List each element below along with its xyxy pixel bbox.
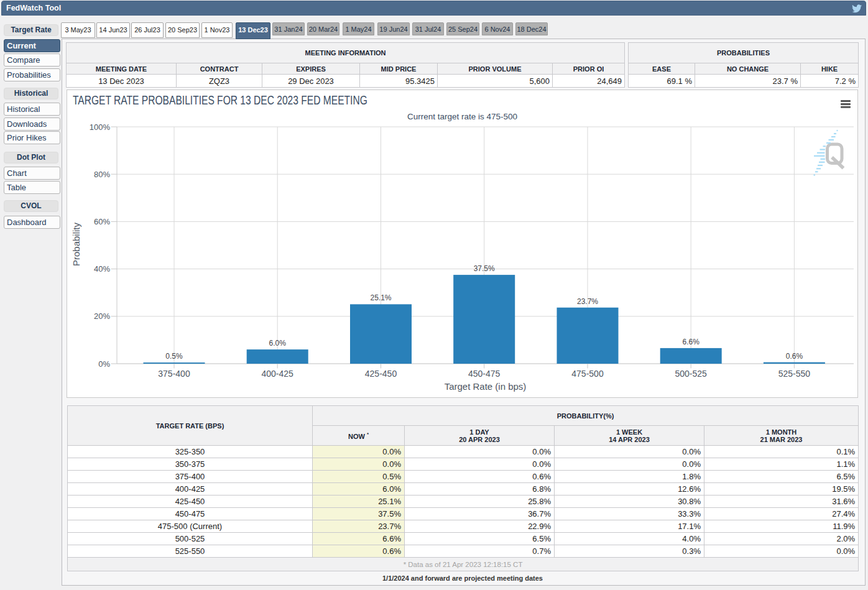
svg-text:525-550: 525-550 <box>778 369 811 379</box>
svg-text:6.6%: 6.6% <box>683 338 700 346</box>
svg-text:25.1%: 25.1% <box>370 293 391 302</box>
svg-text:80%: 80% <box>94 170 110 179</box>
svg-text:20%: 20% <box>94 311 110 321</box>
svg-text:Probability: Probability <box>71 222 81 266</box>
svg-text:450-475: 450-475 <box>468 369 501 379</box>
svg-text:Current target rate is 475-500: Current target rate is 475-500 <box>407 112 517 121</box>
svg-text:TARGET RATE PROBABILITIES FOR: TARGET RATE PROBABILITIES FOR 13 DEC 202… <box>73 94 367 108</box>
svg-text:37.5%: 37.5% <box>474 264 495 273</box>
svg-text:0.5%: 0.5% <box>165 352 183 361</box>
svg-text:6.0%: 6.0% <box>269 339 287 348</box>
svg-text:375-400: 375-400 <box>158 369 190 379</box>
svg-text:0%: 0% <box>98 359 110 369</box>
svg-text:0.6%: 0.6% <box>786 352 803 361</box>
svg-text:40%: 40% <box>94 264 110 274</box>
svg-text:60%: 60% <box>94 217 110 226</box>
svg-text:500-525: 500-525 <box>675 369 708 379</box>
svg-text:475-500: 475-500 <box>571 369 604 379</box>
svg-text:400-425: 400-425 <box>262 369 294 379</box>
svg-text:100%: 100% <box>90 122 111 132</box>
svg-text:23.7%: 23.7% <box>577 297 598 306</box>
svg-text:Target Rate (in bps): Target Rate (in bps) <box>445 381 527 392</box>
svg-text:425-450: 425-450 <box>365 369 397 379</box>
